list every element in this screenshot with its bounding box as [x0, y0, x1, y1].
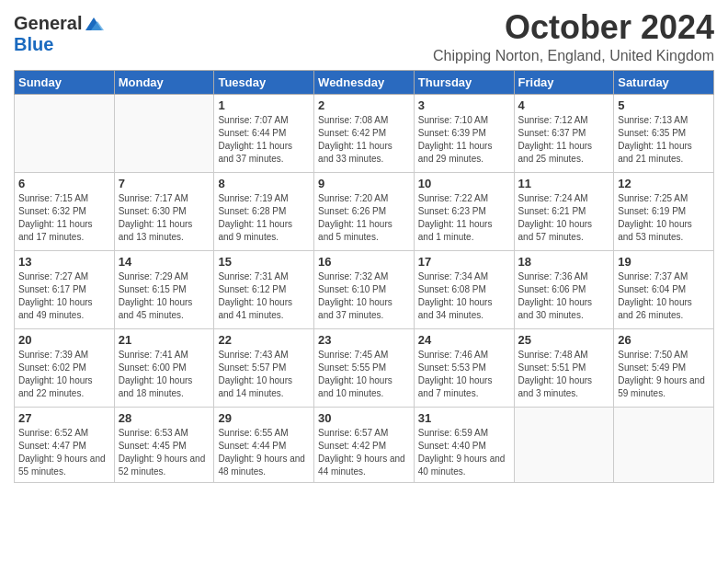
day-info: Sunrise: 7:22 AM Sunset: 6:23 PM Dayligh…: [418, 192, 510, 244]
day-info: Sunrise: 7:32 AM Sunset: 6:10 PM Dayligh…: [318, 270, 410, 322]
day-info: Sunrise: 7:31 AM Sunset: 6:12 PM Dayligh…: [218, 270, 310, 322]
logo-general-text: General: [14, 13, 82, 34]
day-number: 29: [218, 411, 310, 425]
day-info: Sunrise: 7:45 AM Sunset: 5:55 PM Dayligh…: [318, 349, 410, 400]
day-number: 23: [318, 333, 410, 347]
day-number: 19: [618, 255, 710, 269]
day-number: 2: [318, 98, 410, 112]
day-info: Sunrise: 7:10 AM Sunset: 6:39 PM Dayligh…: [418, 114, 510, 166]
calendar-cell: 2Sunrise: 7:08 AM Sunset: 6:42 PM Daylig…: [314, 94, 415, 172]
day-info: Sunrise: 7:50 AM Sunset: 5:49 PM Dayligh…: [618, 349, 710, 400]
day-number: 8: [218, 177, 310, 190]
calendar-cell: 15Sunrise: 7:31 AM Sunset: 6:12 PM Dayli…: [214, 250, 314, 328]
calendar-cell: 14Sunrise: 7:29 AM Sunset: 6:15 PM Dayli…: [114, 250, 214, 328]
day-header-monday: Monday: [114, 70, 214, 94]
day-number: 25: [518, 333, 610, 347]
subtitle: Chipping Norton, England, United Kingdom: [433, 48, 714, 64]
calendar-cell: 1Sunrise: 7:07 AM Sunset: 6:44 PM Daylig…: [214, 94, 314, 172]
month-title: October 2024: [433, 9, 714, 46]
day-info: Sunrise: 7:08 AM Sunset: 6:42 PM Dayligh…: [318, 114, 410, 166]
day-info: Sunrise: 6:57 AM Sunset: 4:42 PM Dayligh…: [318, 427, 410, 478]
day-number: 16: [318, 255, 410, 269]
day-info: Sunrise: 7:12 AM Sunset: 6:37 PM Dayligh…: [518, 114, 610, 166]
day-info: Sunrise: 7:24 AM Sunset: 6:21 PM Dayligh…: [518, 192, 610, 244]
week-row-1: 1Sunrise: 7:07 AM Sunset: 6:44 PM Daylig…: [15, 94, 714, 172]
calendar-cell: 6Sunrise: 7:15 AM Sunset: 6:32 PM Daylig…: [15, 172, 115, 250]
calendar-cell: 18Sunrise: 7:36 AM Sunset: 6:06 PM Dayli…: [514, 250, 614, 328]
day-number: 7: [119, 177, 210, 190]
day-info: Sunrise: 7:48 AM Sunset: 5:51 PM Dayligh…: [518, 349, 610, 400]
day-number: 4: [518, 98, 610, 112]
calendar-cell: 13Sunrise: 7:27 AM Sunset: 6:17 PM Dayli…: [15, 250, 115, 328]
day-info: Sunrise: 7:34 AM Sunset: 6:08 PM Dayligh…: [418, 270, 510, 322]
calendar-cell: [15, 94, 115, 172]
logo: General Blue: [14, 13, 104, 55]
calendar-cell: 8Sunrise: 7:19 AM Sunset: 6:28 PM Daylig…: [214, 172, 314, 250]
calendar-cell: [614, 407, 714, 482]
day-number: 11: [518, 177, 610, 190]
calendar-cell: 20Sunrise: 7:39 AM Sunset: 6:02 PM Dayli…: [15, 328, 115, 407]
calendar-cell: [514, 407, 614, 482]
calendar-cell: 23Sunrise: 7:45 AM Sunset: 5:55 PM Dayli…: [314, 328, 415, 407]
calendar-cell: 28Sunrise: 6:53 AM Sunset: 4:45 PM Dayli…: [114, 407, 214, 482]
calendar-cell: 17Sunrise: 7:34 AM Sunset: 6:08 PM Dayli…: [414, 250, 514, 328]
day-info: Sunrise: 7:13 AM Sunset: 6:35 PM Dayligh…: [618, 114, 710, 166]
week-row-2: 6Sunrise: 7:15 AM Sunset: 6:32 PM Daylig…: [15, 172, 714, 250]
calendar-cell: 21Sunrise: 7:41 AM Sunset: 6:00 PM Dayli…: [114, 328, 214, 407]
day-info: Sunrise: 7:36 AM Sunset: 6:06 PM Dayligh…: [518, 270, 610, 322]
header-row: SundayMondayTuesdayWednesdayThursdayFrid…: [15, 70, 714, 94]
day-number: 21: [119, 333, 210, 347]
day-info: Sunrise: 7:46 AM Sunset: 5:53 PM Dayligh…: [418, 349, 510, 400]
day-number: 18: [518, 255, 610, 269]
calendar-cell: 19Sunrise: 7:37 AM Sunset: 6:04 PM Dayli…: [614, 250, 714, 328]
day-header-wednesday: Wednesday: [314, 70, 415, 94]
day-number: 3: [418, 98, 510, 112]
day-number: 5: [618, 98, 710, 112]
day-header-tuesday: Tuesday: [214, 70, 314, 94]
day-info: Sunrise: 7:43 AM Sunset: 5:57 PM Dayligh…: [218, 349, 310, 400]
day-info: Sunrise: 7:39 AM Sunset: 6:02 PM Dayligh…: [18, 349, 110, 400]
title-section: October 2024 Chipping Norton, England, U…: [433, 9, 714, 64]
day-info: Sunrise: 7:41 AM Sunset: 6:00 PM Dayligh…: [119, 349, 210, 400]
day-number: 22: [218, 333, 310, 347]
day-info: Sunrise: 7:37 AM Sunset: 6:04 PM Dayligh…: [618, 270, 710, 322]
day-number: 12: [618, 177, 710, 190]
day-number: 9: [318, 177, 410, 190]
calendar-cell: 26Sunrise: 7:50 AM Sunset: 5:49 PM Dayli…: [614, 328, 714, 407]
calendar-table: SundayMondayTuesdayWednesdayThursdayFrid…: [14, 70, 714, 483]
calendar-cell: 27Sunrise: 6:52 AM Sunset: 4:47 PM Dayli…: [15, 407, 115, 482]
day-info: Sunrise: 7:29 AM Sunset: 6:15 PM Dayligh…: [119, 270, 210, 322]
day-info: Sunrise: 6:52 AM Sunset: 4:47 PM Dayligh…: [18, 427, 110, 478]
calendar-cell: 7Sunrise: 7:17 AM Sunset: 6:30 PM Daylig…: [114, 172, 214, 250]
day-number: 28: [119, 411, 210, 425]
logo-icon: [84, 14, 104, 34]
day-number: 31: [418, 411, 510, 425]
calendar-cell: 4Sunrise: 7:12 AM Sunset: 6:37 PM Daylig…: [514, 94, 614, 172]
logo-blue-text: Blue: [14, 34, 53, 54]
calendar-cell: 29Sunrise: 6:55 AM Sunset: 4:44 PM Dayli…: [214, 407, 314, 482]
day-info: Sunrise: 7:19 AM Sunset: 6:28 PM Dayligh…: [218, 192, 310, 244]
calendar-cell: 25Sunrise: 7:48 AM Sunset: 5:51 PM Dayli…: [514, 328, 614, 407]
calendar-cell: 11Sunrise: 7:24 AM Sunset: 6:21 PM Dayli…: [514, 172, 614, 250]
calendar-cell: 24Sunrise: 7:46 AM Sunset: 5:53 PM Dayli…: [414, 328, 514, 407]
day-info: Sunrise: 6:53 AM Sunset: 4:45 PM Dayligh…: [119, 427, 210, 478]
calendar-cell: 30Sunrise: 6:57 AM Sunset: 4:42 PM Dayli…: [314, 407, 415, 482]
day-number: 27: [18, 411, 110, 425]
day-number: 6: [18, 177, 110, 190]
calendar-cell: 12Sunrise: 7:25 AM Sunset: 6:19 PM Dayli…: [614, 172, 714, 250]
day-info: Sunrise: 7:27 AM Sunset: 6:17 PM Dayligh…: [18, 270, 110, 322]
week-row-3: 13Sunrise: 7:27 AM Sunset: 6:17 PM Dayli…: [15, 250, 714, 328]
calendar-cell: 31Sunrise: 6:59 AM Sunset: 4:40 PM Dayli…: [414, 407, 514, 482]
day-info: Sunrise: 7:15 AM Sunset: 6:32 PM Dayligh…: [18, 192, 110, 244]
day-header-sunday: Sunday: [15, 70, 115, 94]
calendar-cell: [114, 94, 214, 172]
day-info: Sunrise: 7:17 AM Sunset: 6:30 PM Dayligh…: [119, 192, 210, 244]
calendar-cell: 3Sunrise: 7:10 AM Sunset: 6:39 PM Daylig…: [414, 94, 514, 172]
day-number: 26: [618, 333, 710, 347]
main-container: General Blue October 2024 Chipping Norto…: [0, 0, 728, 497]
week-row-4: 20Sunrise: 7:39 AM Sunset: 6:02 PM Dayli…: [15, 328, 714, 407]
day-number: 30: [318, 411, 410, 425]
day-info: Sunrise: 7:07 AM Sunset: 6:44 PM Dayligh…: [218, 114, 310, 166]
day-number: 10: [418, 177, 510, 190]
week-row-5: 27Sunrise: 6:52 AM Sunset: 4:47 PM Dayli…: [15, 407, 714, 482]
